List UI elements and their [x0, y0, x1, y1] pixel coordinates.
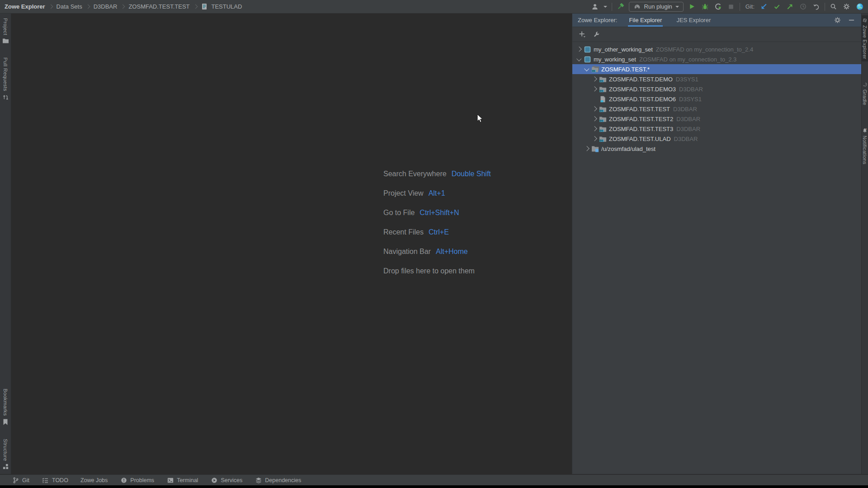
tree-row[interactable]: my_other_working_setZOSMFAD on my_connec…: [572, 44, 861, 54]
chevron-right-icon[interactable]: [590, 137, 598, 141]
status-bar-item-todo[interactable]: TODO: [42, 476, 68, 484]
breadcrumb-item[interactable]: TESTULAD: [212, 3, 242, 10]
rollback-icon[interactable]: [812, 3, 820, 10]
chevron-down-icon[interactable]: [575, 58, 583, 61]
gradle-icon: [862, 82, 868, 87]
left-tool-window-stripe: ProjectPull Requests BookmarksStructure: [0, 14, 11, 474]
wrench-icon[interactable]: [593, 31, 600, 38]
panel-title: Zowe Explorer:: [578, 14, 617, 27]
shortcut-hint-keys[interactable]: Ctrl+Shift+N: [420, 209, 459, 217]
tool-window-button-project[interactable]: Project: [2, 18, 9, 44]
zowe-icon: [862, 18, 868, 23]
tree-node-name: ZOSMFAD.TEST.TEST3: [609, 126, 673, 132]
user-icon[interactable]: [591, 3, 599, 10]
debug-icon[interactable]: [701, 3, 709, 10]
tree-row[interactable]: my_working_setZOSMFAD on my_connection_t…: [572, 54, 861, 64]
chevron-right-icon[interactable]: [590, 127, 598, 131]
shortcut-hint-keys[interactable]: Double Shift: [452, 170, 491, 178]
tree-row[interactable]: DSZOSMFAD.TEST.ULADD3DBAR: [572, 134, 861, 144]
tool-window-button-pull-requests[interactable]: Pull Requests: [2, 57, 9, 100]
drop-files-hint-label: Drop files here to open them: [383, 267, 475, 275]
tool-window-label: Structure: [3, 439, 8, 461]
tree-node-name: ZOSMFAD.TEST.*: [601, 66, 650, 73]
chevron-down-icon[interactable]: [583, 68, 590, 70]
status-bar-item-label: Services: [221, 477, 242, 483]
search-icon[interactable]: [830, 3, 837, 10]
shortcut-hint-row: Search EverywhereDouble Shift: [383, 164, 491, 183]
settings-icon[interactable]: [834, 17, 841, 23]
status-bar-item-zowe-jobs[interactable]: Zowe Jobs: [80, 477, 108, 483]
tab-file-explorer[interactable]: File Explorer: [628, 14, 663, 27]
shortcut-hint-label: Go to File: [383, 209, 415, 217]
status-bar-item-problems[interactable]: Problems: [120, 476, 154, 484]
tool-window-button-gradle[interactable]: Gradle: [862, 80, 868, 108]
breadcrumb-item[interactable]: Data Sets: [57, 3, 82, 10]
tree-row[interactable]: DSZOSMFAD.TEST.*: [572, 64, 861, 74]
profiler-icon[interactable]: [714, 3, 722, 10]
tree-node-detail: ZOSMFAD on my_connection_to_2.4: [656, 46, 753, 53]
svg-text:DS: DS: [600, 139, 604, 142]
minimize-icon[interactable]: [848, 17, 855, 23]
build-hammer-icon[interactable]: [617, 3, 624, 10]
status-bar-item-git[interactable]: Git: [12, 476, 29, 484]
tab-jes-explorer[interactable]: JES Explorer: [675, 14, 712, 27]
tree-node-detail: D3DBAR: [676, 126, 700, 132]
breadcrumb: Zowe ExplorerData SetsD3DBARZOSMFAD.TEST…: [5, 3, 242, 10]
chevron-right-icon[interactable]: [575, 47, 583, 51]
history-icon[interactable]: [799, 3, 807, 10]
ds-folder-icon: DS: [598, 76, 608, 83]
shortcut-hint-row: Recent FilesCtrl+E: [383, 222, 491, 242]
terminal-icon: [166, 476, 174, 484]
breadcrumb-item[interactable]: Zowe Explorer: [5, 3, 45, 10]
chevron-right-icon[interactable]: [590, 87, 598, 91]
shortcut-hint-label: Project View: [383, 189, 424, 197]
status-bar-item-terminal[interactable]: Terminal: [166, 476, 198, 484]
tool-window-button-bookmarks[interactable]: Bookmarks: [3, 389, 8, 425]
chevron-right-icon[interactable]: [590, 117, 598, 121]
bell-icon: [862, 128, 868, 133]
status-bar-item-dependencies[interactable]: Dependencies: [255, 476, 301, 484]
tool-window-button-notifications[interactable]: Notifications: [862, 126, 868, 167]
tool-window-button-structure[interactable]: Structure: [3, 439, 9, 469]
tree-node-name: ZOSMFAD.TEST.DEMO3: [609, 86, 676, 93]
tool-window-label: Zowe Explorer: [862, 25, 868, 59]
member-file-icon: [201, 3, 208, 10]
chevron-right-icon[interactable]: [583, 147, 590, 150]
tree-node-name: ZOSMFAD.TEST.TEST2: [609, 116, 673, 122]
tree-row[interactable]: DSZOSMFAD.TEST.DEMOD3SYS1: [572, 74, 861, 84]
tree-row[interactable]: DSZOSMFAD.TEST.TEST3D3DBAR: [572, 124, 861, 134]
add-icon[interactable]: [578, 31, 586, 38]
settings-icon[interactable]: [843, 3, 850, 10]
run-configuration-select[interactable]: Run plugin: [629, 2, 684, 12]
chevron-right-icon[interactable]: [590, 77, 598, 81]
shortcut-hint-keys[interactable]: Alt+Home: [436, 248, 468, 256]
tree-row[interactable]: DSZOSMFAD.TEST.DEMO3D3DBAR: [572, 84, 861, 94]
tree-row[interactable]: ZOSMFAD.TEST.DEMO6D3SYS1: [572, 94, 861, 104]
tree-row[interactable]: /u/zosmfad/ulad_test: [572, 144, 861, 154]
breadcrumb-item[interactable]: D3DBAR: [94, 3, 118, 10]
tree-row[interactable]: DSZOSMFAD.TEST.TEST2D3DBAR: [572, 114, 861, 124]
shortcut-hint-keys[interactable]: Ctrl+E: [429, 228, 449, 236]
chevron-right-icon[interactable]: [590, 107, 598, 111]
ds-folder-icon: DS: [598, 126, 608, 132]
status-bar-item-services[interactable]: Services: [210, 476, 242, 484]
update-icon[interactable]: [760, 3, 768, 10]
tree-node-name: ZOSMFAD.TEST.ULAD: [609, 136, 671, 142]
ide-sphere-icon[interactable]: [856, 3, 863, 10]
breadcrumb-item[interactable]: ZOSMFAD.TEST.TEST: [128, 3, 189, 10]
working-set-icon: [583, 46, 592, 53]
tool-window-label: Bookmarks: [3, 389, 8, 416]
tree-row[interactable]: DSZOSMFAD.TEST.TESTD3DBAR: [572, 104, 861, 114]
status-bar-item-label: Terminal: [177, 477, 198, 483]
zowe-explorer-panel: Zowe Explorer: File ExplorerJES Explorer…: [572, 14, 861, 474]
shortcut-hint-keys[interactable]: Alt+1: [429, 189, 445, 197]
svg-text:DS: DS: [600, 129, 604, 132]
stop-icon[interactable]: [727, 3, 735, 10]
push-icon[interactable]: [786, 3, 794, 10]
commit-icon[interactable]: [773, 3, 781, 10]
tool-window-button-zowe-explorer[interactable]: Zowe Explorer: [862, 15, 868, 61]
run-icon[interactable]: [688, 3, 696, 10]
user-dropdown-caret[interactable]: [604, 6, 607, 8]
uss-folder-icon: [590, 145, 600, 152]
svg-text:DS: DS: [592, 70, 595, 72]
